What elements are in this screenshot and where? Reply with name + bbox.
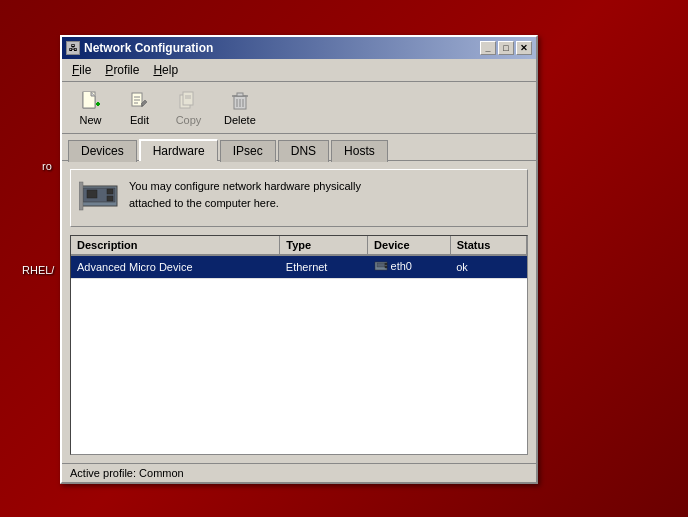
maximize-button[interactable]: □	[498, 41, 514, 55]
toolbar: New Edit	[62, 82, 536, 134]
svg-rect-26	[385, 263, 387, 265]
device-icon	[374, 259, 388, 273]
menu-file-label: ile	[79, 63, 91, 77]
new-icon	[79, 89, 103, 113]
tab-ipsec[interactable]: IPsec	[220, 140, 276, 162]
desktop-label-ro: ro	[42, 160, 52, 172]
minimize-button[interactable]: _	[480, 41, 496, 55]
copy-icon	[177, 89, 201, 113]
statusbar: Active profile: Common	[62, 463, 536, 482]
window-title: Network Configuration	[84, 41, 213, 55]
menu-profile[interactable]: Profile	[99, 61, 145, 79]
edit-icon	[128, 89, 152, 113]
desktop: C r ro RHEL/ 🖧 Network Configuration _ □…	[0, 0, 688, 517]
menu-help-label: elp	[162, 63, 178, 77]
hardware-icon	[79, 178, 119, 218]
delete-icon	[228, 89, 252, 113]
desktop-label-rhel: RHEL/	[22, 264, 54, 276]
svg-rect-22	[107, 196, 113, 201]
hardware-content: You may configure network hardware physi…	[62, 160, 536, 463]
col-device: Device	[368, 236, 451, 255]
info-text: You may configure network hardware physi…	[129, 178, 361, 211]
new-label: New	[79, 114, 101, 126]
cell-device: eth0	[368, 255, 451, 279]
delete-label: Delete	[224, 114, 256, 126]
hardware-table-container[interactable]: Description Type Device Status Advanced …	[70, 235, 528, 455]
delete-button[interactable]: Delete	[215, 86, 265, 129]
svg-rect-14	[237, 93, 243, 96]
table-row[interactable]: Advanced Micro Device Ethernet	[71, 255, 527, 279]
cell-status: ok	[450, 255, 526, 279]
tab-dns[interactable]: DNS	[278, 140, 329, 162]
new-button[interactable]: New	[68, 86, 113, 129]
titlebar-app-icon: 🖧	[66, 41, 80, 55]
tab-hardware[interactable]: Hardware	[139, 139, 218, 161]
table-header-row: Description Type Device Status	[71, 236, 527, 255]
edit-button[interactable]: Edit	[117, 86, 162, 129]
svg-rect-23	[79, 182, 83, 210]
copy-label: Copy	[176, 114, 202, 126]
cell-type: Ethernet	[280, 255, 368, 279]
info-box: You may configure network hardware physi…	[70, 169, 528, 227]
menubar: File Profile Help	[62, 59, 536, 82]
info-line1: You may configure network hardware physi…	[129, 180, 361, 192]
col-status: Status	[450, 236, 526, 255]
titlebar-buttons: _ □ ✕	[480, 41, 532, 55]
tabbar: Devices Hardware IPsec DNS Hosts	[62, 134, 536, 160]
menu-profile-label: rofile	[113, 63, 139, 77]
info-line2: attached to the computer here.	[129, 197, 279, 209]
titlebar-left: 🖧 Network Configuration	[66, 41, 213, 55]
svg-rect-20	[87, 190, 97, 198]
titlebar: 🖧 Network Configuration _ □ ✕	[62, 37, 536, 59]
tab-hosts[interactable]: Hosts	[331, 140, 388, 162]
col-type: Type	[280, 236, 368, 255]
hardware-table: Description Type Device Status Advanced …	[71, 236, 527, 279]
copy-button[interactable]: Copy	[166, 86, 211, 129]
svg-rect-25	[377, 263, 385, 267]
menu-file[interactable]: File	[66, 61, 97, 79]
tab-devices[interactable]: Devices	[68, 140, 137, 162]
svg-rect-21	[107, 189, 113, 194]
close-button[interactable]: ✕	[516, 41, 532, 55]
svg-rect-27	[385, 266, 387, 268]
edit-label: Edit	[130, 114, 149, 126]
cell-description: Advanced Micro Device	[71, 255, 280, 279]
menu-help[interactable]: Help	[147, 61, 184, 79]
col-description: Description	[71, 236, 280, 255]
network-configuration-window: 🖧 Network Configuration _ □ ✕ File Profi…	[60, 35, 538, 484]
status-text: Active profile: Common	[70, 467, 184, 479]
